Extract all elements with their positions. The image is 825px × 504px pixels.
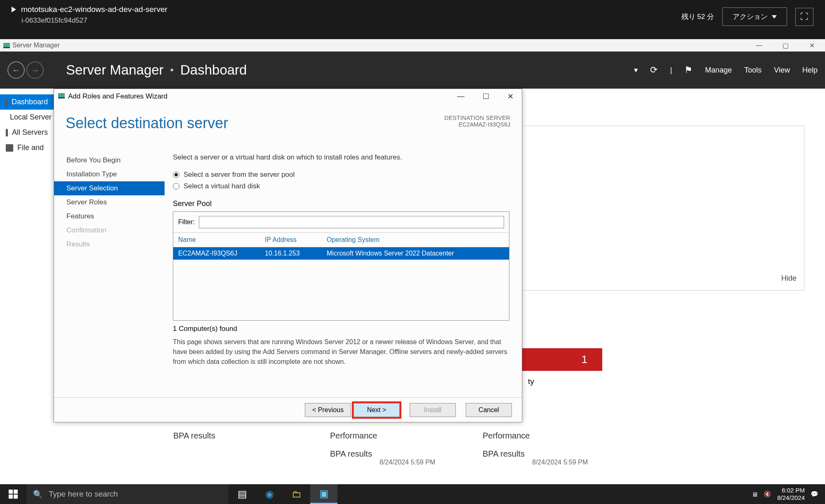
- pool-note: This page shows servers that are running…: [173, 337, 509, 367]
- previous-button[interactable]: < Previous: [305, 403, 351, 417]
- task-view-button[interactable]: ▤: [229, 484, 256, 504]
- server-pool-label: Server Pool: [173, 199, 509, 208]
- step-results: Results: [54, 237, 165, 251]
- sidebar-item-label: File and: [17, 143, 44, 152]
- step-before-you-begin[interactable]: Before You Begin: [54, 153, 165, 167]
- radio-server-pool[interactable]: Select a server from the server pool: [173, 171, 509, 179]
- wizard-buttons: < Previous Next > Install Cancel: [54, 397, 522, 422]
- svg-rect-2: [58, 93, 65, 97]
- tile-count: 1: [582, 353, 587, 366]
- bpa-results-label[interactable]: BPA results: [483, 445, 530, 463]
- computers-found: 1 Computer(s) found: [173, 325, 509, 333]
- servers-icon: [6, 129, 8, 136]
- install-button: Install: [410, 403, 456, 417]
- menu-manage[interactable]: Manage: [705, 66, 732, 75]
- server-manager-header: ← → Server Manager • Dashboard ▾ ⟳ | ⚑ M…: [0, 52, 825, 89]
- ec2-session-header: mototsuka-ec2-windows-ad-dev-ad-server i…: [0, 0, 825, 39]
- sidebar-item-file-services[interactable]: File and: [0, 140, 54, 155]
- step-installation-type[interactable]: Installation Type: [54, 167, 165, 181]
- minimize-button[interactable]: —: [746, 39, 772, 52]
- start-button[interactable]: [0, 484, 26, 504]
- svg-rect-1: [3, 47, 10, 48]
- step-features[interactable]: Features: [54, 209, 165, 223]
- nav-back-button[interactable]: ←: [7, 61, 25, 79]
- separator: |: [670, 66, 672, 75]
- file-icon: [6, 144, 13, 152]
- step-confirmation: Confirmation: [54, 223, 165, 237]
- server-row[interactable]: EC2AMAZ-I93QS6J 10.16.1.253 Microsoft Wi…: [173, 247, 509, 260]
- server-manager-titlebar[interactable]: Server Manager — ▢ ✕: [0, 39, 825, 52]
- refresh-icon[interactable]: ⟳: [650, 65, 658, 75]
- manageability-label: ty: [528, 377, 534, 386]
- caret-icon[interactable]: ▾: [634, 66, 638, 75]
- filter-input[interactable]: [199, 216, 504, 228]
- wizard-titlebar[interactable]: Add Roles and Features Wizard — ☐ ✕: [54, 89, 522, 104]
- wizard-title: Add Roles and Features Wizard: [68, 92, 167, 101]
- tray-clock[interactable]: 6:02 PM 8/24/2024: [777, 487, 805, 502]
- server-manager-taskbar-button[interactable]: ▣: [310, 484, 337, 504]
- destination-value: EC2AMAZ-I93QS6J: [444, 121, 510, 128]
- breadcrumb-sep: •: [170, 64, 174, 76]
- destination-label: DESTINATION SERVER: [444, 115, 510, 121]
- filter-label: Filter:: [178, 218, 195, 226]
- wizard-close-button[interactable]: ✕: [507, 92, 514, 101]
- performance-label[interactable]: Performance: [330, 427, 377, 445]
- dashboard-icon: [6, 98, 7, 106]
- bpa-results-label[interactable]: BPA results: [330, 445, 377, 463]
- bpa-results-label[interactable]: BPA results: [173, 427, 215, 445]
- radio-label: Select a virtual hard disk: [184, 182, 260, 190]
- flag-icon[interactable]: ⚑: [684, 65, 693, 75]
- tray-sound-icon[interactable]: 🔇: [764, 490, 771, 498]
- chevron-down-icon: [772, 15, 777, 19]
- nav-forward-button[interactable]: →: [26, 61, 44, 79]
- server-manager-icon: [58, 92, 65, 101]
- col-os[interactable]: Operating System: [327, 236, 504, 244]
- taskbar-search[interactable]: 🔍 Type here to search: [26, 484, 229, 504]
- menu-view[interactable]: View: [774, 66, 790, 75]
- wizard-maximize-button[interactable]: ☐: [483, 92, 489, 101]
- wizard-description: Select a server or a virtual hard disk o…: [173, 153, 509, 162]
- col-name[interactable]: Name: [178, 236, 265, 244]
- step-server-selection[interactable]: Server Selection: [54, 181, 165, 195]
- radio-virtual-disk[interactable]: Select a virtual hard disk: [173, 182, 509, 190]
- cell-name: EC2AMAZ-I93QS6J: [178, 250, 265, 257]
- tray-network-icon[interactable]: 🖥: [752, 491, 758, 498]
- close-button[interactable]: ✕: [799, 39, 825, 52]
- performance-label[interactable]: Performance: [483, 427, 530, 445]
- radio-icon: [173, 171, 179, 178]
- radio-icon: [173, 183, 179, 190]
- instance-id: i-0633ef015fc94d527: [21, 16, 167, 25]
- instance-name: mototsuka-ec2-windows-ad-dev-ad-server: [21, 5, 167, 14]
- svg-rect-0: [3, 43, 10, 47]
- timestamp: 8/24/2024 5:59 PM: [532, 459, 588, 466]
- fullscreen-button[interactable]: ⛶: [795, 8, 813, 26]
- sidebar-item-label: Local Server: [10, 113, 52, 122]
- cell-ip: 10.16.1.253: [265, 250, 327, 257]
- play-icon: [12, 7, 16, 12]
- col-ip[interactable]: IP Address: [265, 236, 327, 244]
- sidebar-item-label: All Servers: [12, 128, 48, 137]
- timestamp: 8/24/2024 5:59 PM: [380, 459, 435, 466]
- hide-link[interactable]: Hide: [781, 274, 797, 283]
- maximize-button[interactable]: ▢: [772, 39, 799, 52]
- menu-help[interactable]: Help: [802, 66, 818, 75]
- radio-label: Select a server from the server pool: [184, 171, 295, 179]
- explorer-button[interactable]: 🗀: [283, 484, 310, 504]
- destination-server-info: DESTINATION SERVER EC2AMAZ-I93QS6J: [444, 115, 510, 128]
- server-manager-icon: [3, 42, 10, 49]
- sidebar-item-all-servers[interactable]: All Servers: [0, 125, 54, 140]
- session-remaining: 残り 52 分: [681, 12, 714, 21]
- wizard-minimize-button[interactable]: —: [457, 92, 464, 101]
- edge-button[interactable]: ◉: [256, 484, 283, 504]
- next-button[interactable]: Next >: [354, 403, 400, 417]
- action-label: アクション: [733, 12, 768, 21]
- search-icon: 🔍: [33, 490, 43, 499]
- step-server-roles[interactable]: Server Roles: [54, 195, 165, 209]
- action-dropdown[interactable]: アクション: [722, 7, 787, 26]
- tray-notifications-icon[interactable]: 💬: [811, 490, 818, 498]
- cancel-button[interactable]: Cancel: [466, 403, 512, 417]
- clock-date: 8/24/2024: [777, 494, 805, 502]
- sidebar-item-local-server[interactable]: Local Server: [0, 110, 54, 125]
- menu-tools[interactable]: Tools: [744, 66, 761, 75]
- sidebar-item-dashboard[interactable]: Dashboard: [0, 94, 54, 110]
